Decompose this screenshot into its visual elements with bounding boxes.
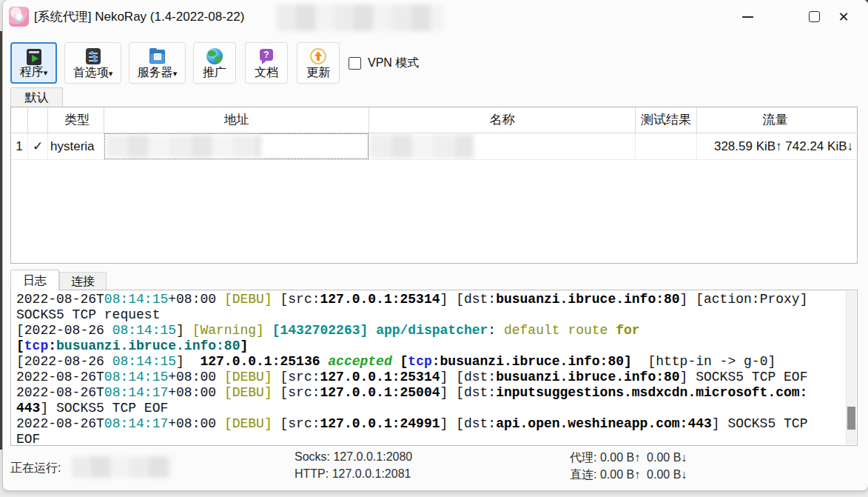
col-header-check[interactable]: [28, 107, 48, 133]
proxy-traffic-counter: 代理: 0.00 B↑ 0.00 B↓: [570, 450, 687, 466]
docs-help-bubble-icon: ?: [257, 47, 276, 66]
title-bar: [系统代理] NekoRay (1.4-2022-08-22) ✕: [3, 0, 868, 33]
redacted-name: [369, 134, 474, 159]
tab-log[interactable]: 日志: [10, 270, 59, 290]
row-address-cell[interactable]: [104, 133, 369, 160]
socks-endpoint: Socks: 127.0.0.1:2080: [295, 450, 412, 464]
servers-folder-icon: [148, 47, 167, 66]
window-title: [系统代理] NekoRay (1.4-2022-08-22): [34, 0, 244, 33]
minimize-button[interactable]: [731, 0, 764, 33]
update-arrow-icon: [309, 47, 328, 66]
servers-menu-button[interactable]: 服务器▾: [129, 42, 186, 84]
server-table: 类型 地址 名称 测试结果 流量 1 ✓ hysteria 328.59 KiB…: [10, 107, 858, 264]
row-type: hysteria: [48, 133, 104, 160]
table-row[interactable]: 1 ✓ hysteria 328.59 KiB↑ 742.24 KiB↓: [11, 133, 857, 160]
log-scrollbar-thumb[interactable]: [847, 407, 855, 430]
tab-connections[interactable]: 连接: [59, 272, 107, 290]
chevron-down-icon: ▾: [44, 68, 48, 77]
col-header-traffic[interactable]: 流量: [697, 107, 857, 133]
close-button[interactable]: ✕: [826, 0, 861, 33]
redacted-address: [106, 135, 261, 158]
redacted-running-value: [72, 456, 172, 478]
redacted-title-area: [277, 4, 444, 31]
http-endpoint: HTTP: 127.0.0.1:2081: [295, 467, 411, 481]
close-icon: ✕: [838, 9, 849, 25]
col-header-name[interactable]: 名称: [369, 107, 636, 133]
promotion-button[interactable]: 推广: [193, 42, 236, 84]
col-header-address[interactable]: 地址: [104, 107, 369, 133]
col-header-test-result[interactable]: 测试结果: [636, 107, 697, 133]
col-header-type[interactable]: 类型: [48, 107, 104, 133]
minimize-icon: [742, 16, 753, 18]
col-header-index[interactable]: [11, 107, 28, 133]
chevron-down-icon: ▾: [109, 69, 113, 78]
direct-traffic-counter: 直连: 0.00 B↑ 0.00 B↓: [570, 467, 687, 483]
preferences-menu-button[interactable]: 首选项▾: [64, 42, 121, 84]
row-index: 1: [11, 133, 28, 160]
log-output: 2022-08-26T08:14:15+08:00 [DEBU] [src:12…: [16, 292, 845, 444]
nekoray-window: [系统代理] NekoRay (1.4-2022-08-22) ✕ 程序▾ 首选…: [3, 0, 868, 490]
program-menu-button[interactable]: 程序▾: [10, 42, 57, 84]
vpn-mode-checkbox[interactable]: [349, 57, 361, 70]
promotion-globe-icon: [205, 47, 224, 66]
update-button[interactable]: 更新: [297, 42, 340, 84]
row-check-icon: ✓: [28, 133, 48, 160]
table-header-row: 类型 地址 名称 测试结果 流量: [11, 107, 857, 133]
preferences-sliders-icon: [84, 47, 103, 66]
row-traffic: 328.59 KiB↑ 742.24 KiB↓: [697, 133, 857, 160]
docs-button[interactable]: ? 文档: [245, 42, 288, 84]
row-test-result: [636, 133, 697, 160]
maximize-icon: [809, 11, 820, 22]
chevron-down-icon: ▾: [173, 69, 178, 78]
vpn-mode-label[interactable]: VPN 模式: [368, 56, 419, 71]
app-logo-icon: [9, 7, 29, 27]
group-tab-default[interactable]: 默认: [10, 87, 63, 107]
log-panel: 2022-08-26T08:14:15+08:00 [DEBU] [src:12…: [10, 290, 858, 446]
running-status-label: 正在运行:: [10, 461, 61, 476]
row-name-cell[interactable]: [369, 133, 636, 160]
log-scrollbar[interactable]: [846, 291, 856, 444]
